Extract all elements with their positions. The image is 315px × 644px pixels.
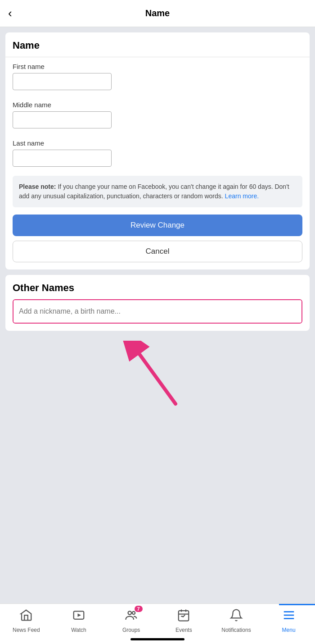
middle-name-label: Middle name <box>13 101 302 109</box>
review-change-button[interactable]: Review Change <box>13 215 302 236</box>
arrow-icon <box>117 341 198 408</box>
nav-label-watch: Watch <box>71 627 86 633</box>
notifications-icon <box>230 608 243 625</box>
nav-label-notifications: Notifications <box>221 627 251 633</box>
first-name-group: First name <box>5 57 310 96</box>
nickname-input[interactable] <box>14 300 302 323</box>
nav-item-watch[interactable]: Watch <box>61 608 97 633</box>
note-bold-text: Please note: <box>19 183 56 190</box>
other-names-card: Other Names <box>5 275 310 331</box>
nav-item-menu[interactable]: Menu <box>271 608 307 633</box>
nav-item-news-feed[interactable]: News Feed <box>8 608 44 633</box>
nav-label-menu: Menu <box>282 627 296 633</box>
svg-line-1 <box>140 354 176 404</box>
menu-active-indicator <box>279 604 315 605</box>
watch-icon <box>72 608 86 625</box>
back-button[interactable]: ‹ <box>8 6 12 20</box>
nav-item-notifications[interactable]: Notifications <box>218 608 254 633</box>
svg-point-4 <box>128 611 131 615</box>
menu-icon <box>282 608 296 625</box>
svg-marker-3 <box>77 613 81 617</box>
nav-item-groups[interactable]: 7 Groups <box>113 608 149 633</box>
learn-more-link[interactable]: Learn more. <box>225 192 259 200</box>
svg-point-5 <box>132 612 135 614</box>
page-title: Name <box>145 8 170 18</box>
last-name-group: Last name <box>5 134 310 172</box>
nickname-input-wrapper <box>13 299 302 324</box>
content-area: Name First name Middle name Last name Pl… <box>0 27 315 603</box>
name-change-note: Please note: If you change your name on … <box>13 176 302 207</box>
name-form-card: Name First name Middle name Last name Pl… <box>5 32 310 269</box>
top-bar: ‹ Name <box>0 0 315 27</box>
cancel-button[interactable]: Cancel <box>13 241 302 262</box>
last-name-label: Last name <box>13 139 302 147</box>
first-name-label: First name <box>13 63 302 70</box>
groups-icon: 7 <box>125 608 138 625</box>
other-names-title: Other Names <box>5 275 310 299</box>
home-icon <box>19 608 33 625</box>
events-icon <box>177 608 190 625</box>
arrow-annotation <box>0 336 315 408</box>
middle-name-input[interactable] <box>13 111 112 128</box>
bottom-nav: News Feed Watch 7 Groups <box>0 603 315 644</box>
last-name-input[interactable] <box>13 150 112 167</box>
first-name-input[interactable] <box>13 73 112 90</box>
middle-name-group: Middle name <box>5 96 310 134</box>
groups-badge: 7 <box>135 606 143 612</box>
form-section-title: Name <box>5 32 310 57</box>
nav-label-groups: Groups <box>122 627 140 633</box>
nav-item-events[interactable]: Events <box>166 608 202 633</box>
nav-label-news-feed: News Feed <box>13 627 40 633</box>
home-indicator <box>130 638 184 640</box>
nav-label-events: Events <box>176 627 192 633</box>
